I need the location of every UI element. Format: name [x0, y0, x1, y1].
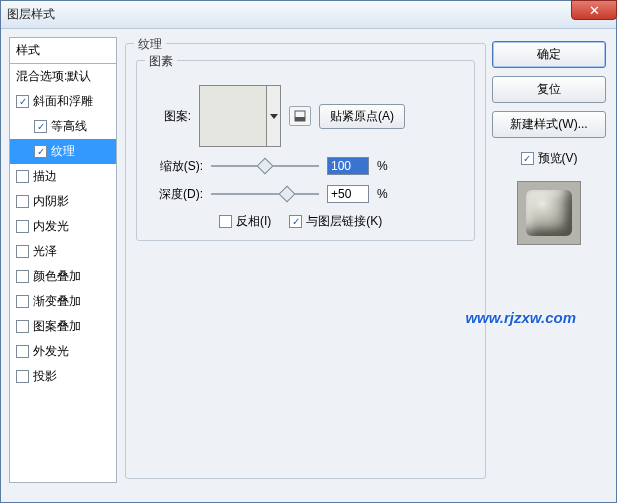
depth-row: 深度(D): +50 % [147, 185, 464, 203]
cancel-button[interactable]: 复位 [492, 76, 606, 103]
scale-label: 缩放(S): [147, 158, 203, 175]
styles-header[interactable]: 样式 [9, 37, 117, 63]
style-item-checkbox[interactable] [16, 245, 29, 258]
style-item-label: 纹理 [51, 143, 75, 160]
style-item-checkbox[interactable] [16, 345, 29, 358]
texture-options-row: 反相(I) 与图层链接(K) [219, 213, 464, 230]
scale-row: 缩放(S): 100 % [147, 157, 464, 175]
style-item-11[interactable]: 投影 [10, 364, 116, 389]
blending-options-item[interactable]: 混合选项:默认 [10, 64, 116, 89]
pattern-picker[interactable] [199, 85, 281, 147]
snap-to-origin-button[interactable]: 贴紧原点(A) [319, 104, 405, 129]
preview-thumbnail [517, 181, 581, 245]
styles-panel: 样式 混合选项:默认 斜面和浮雕等高线纹理描边内阴影内发光光泽颜色叠加渐变叠加图… [9, 37, 117, 494]
style-item-8[interactable]: 渐变叠加 [10, 289, 116, 314]
style-item-label: 光泽 [33, 243, 57, 260]
blending-options-label: 混合选项:默认 [16, 68, 91, 85]
style-item-checkbox[interactable] [16, 295, 29, 308]
invert-checkbox-box [219, 215, 232, 228]
layer-style-dialog: 图层样式 ✕ 样式 混合选项:默认 斜面和浮雕等高线纹理描边内阴影内发光光泽颜色… [0, 0, 617, 503]
style-item-label: 内发光 [33, 218, 69, 235]
svg-rect-1 [295, 117, 305, 121]
link-checkbox-box [289, 215, 302, 228]
style-item-label: 投影 [33, 368, 57, 385]
pattern-swatch[interactable] [199, 85, 267, 147]
depth-input[interactable]: +50 [327, 185, 369, 203]
new-style-button[interactable]: 新建样式(W)... [492, 111, 606, 138]
style-item-label: 颜色叠加 [33, 268, 81, 285]
style-item-7[interactable]: 颜色叠加 [10, 264, 116, 289]
new-preset-icon[interactable] [289, 106, 311, 126]
ok-button[interactable]: 确定 [492, 41, 606, 68]
style-item-checkbox[interactable] [16, 320, 29, 333]
style-item-6[interactable]: 光泽 [10, 239, 116, 264]
depth-label: 深度(D): [147, 186, 203, 203]
invert-checkbox[interactable]: 反相(I) [219, 213, 271, 230]
pattern-row: 图案: 贴紧原点(A) [147, 85, 464, 147]
preview-label: 预览(V) [538, 150, 578, 167]
style-item-label: 斜面和浮雕 [33, 93, 93, 110]
link-label: 与图层链接(K) [306, 213, 382, 230]
texture-settings-panel: 纹理 图素 图案: 贴紧原点(A) [125, 37, 486, 494]
style-item-9[interactable]: 图案叠加 [10, 314, 116, 339]
preview-checkbox[interactable]: 预览(V) [492, 150, 606, 167]
style-item-label: 描边 [33, 168, 57, 185]
style-item-10[interactable]: 外发光 [10, 339, 116, 364]
scale-slider[interactable] [211, 158, 319, 174]
style-item-label: 等高线 [51, 118, 87, 135]
texture-group: 纹理 图素 图案: 贴紧原点(A) [125, 43, 486, 479]
link-with-layer-checkbox[interactable]: 与图层链接(K) [289, 213, 382, 230]
style-item-label: 外发光 [33, 343, 69, 360]
texture-group-label: 纹理 [134, 36, 166, 53]
dialog-content: 样式 混合选项:默认 斜面和浮雕等高线纹理描边内阴影内发光光泽颜色叠加渐变叠加图… [1, 29, 616, 502]
style-item-checkbox[interactable] [34, 120, 47, 133]
style-item-checkbox[interactable] [16, 195, 29, 208]
style-item-checkbox[interactable] [16, 220, 29, 233]
right-button-panel: 确定 复位 新建样式(W)... 预览(V) [486, 37, 608, 494]
pattern-label: 图案: [147, 108, 191, 125]
pattern-group-label: 图素 [145, 53, 177, 70]
depth-slider[interactable] [211, 186, 319, 202]
pattern-group: 图素 图案: 贴紧原点(A) 缩放(S): [136, 60, 475, 241]
scale-unit: % [377, 159, 391, 173]
preview-checkbox-box [521, 152, 534, 165]
style-item-checkbox[interactable] [16, 270, 29, 283]
style-item-4[interactable]: 内阴影 [10, 189, 116, 214]
style-item-2[interactable]: 纹理 [10, 139, 116, 164]
style-item-label: 渐变叠加 [33, 293, 81, 310]
titlebar[interactable]: 图层样式 ✕ [1, 1, 616, 29]
scale-input[interactable]: 100 [327, 157, 369, 175]
style-item-checkbox[interactable] [16, 370, 29, 383]
depth-unit: % [377, 187, 391, 201]
style-item-label: 内阴影 [33, 193, 69, 210]
style-item-checkbox[interactable] [16, 95, 29, 108]
style-item-3[interactable]: 描边 [10, 164, 116, 189]
style-item-1[interactable]: 等高线 [10, 114, 116, 139]
style-item-checkbox[interactable] [16, 170, 29, 183]
close-button[interactable]: ✕ [571, 0, 617, 20]
style-item-5[interactable]: 内发光 [10, 214, 116, 239]
style-item-0[interactable]: 斜面和浮雕 [10, 89, 116, 114]
style-item-label: 图案叠加 [33, 318, 81, 335]
style-item-checkbox[interactable] [34, 145, 47, 158]
invert-label: 反相(I) [236, 213, 271, 230]
styles-list: 混合选项:默认 斜面和浮雕等高线纹理描边内阴影内发光光泽颜色叠加渐变叠加图案叠加… [9, 63, 117, 483]
window-title: 图层样式 [7, 6, 55, 23]
pattern-dropdown-icon[interactable] [267, 85, 281, 147]
